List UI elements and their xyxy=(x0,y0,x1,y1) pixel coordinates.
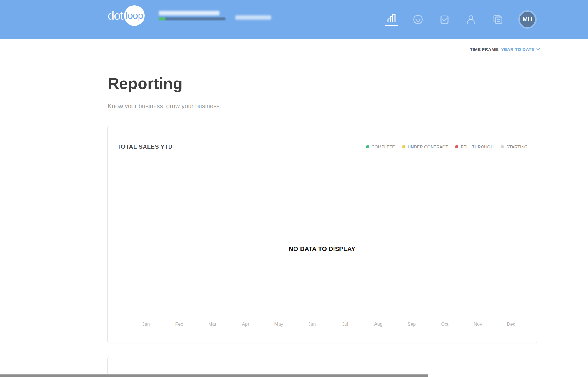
legend-dot xyxy=(501,145,504,148)
legend-dot xyxy=(402,145,405,148)
header-divider xyxy=(108,57,540,57)
nav-tasks[interactable] xyxy=(439,14,450,25)
legend-label: UNDER CONTRACT xyxy=(408,145,448,149)
dotloop-logo[interactable]: dot loop xyxy=(108,5,145,26)
loops-progress-fill xyxy=(159,17,166,20)
card-title: TOTAL SALES YTD xyxy=(117,143,173,150)
x-axis-label: Sep xyxy=(395,322,428,327)
nav-active-indicator xyxy=(385,25,398,26)
legend-label: STARTING xyxy=(506,145,528,149)
legend-item: FELL THROUGH xyxy=(455,145,494,149)
x-axis-label: Mar xyxy=(196,322,229,327)
x-axis-label: Jul xyxy=(329,322,362,327)
logo-dot-text: dot xyxy=(108,9,123,22)
header-nav: MH xyxy=(378,0,543,39)
x-axis-label: Dec xyxy=(494,322,528,327)
nav-people[interactable] xyxy=(465,14,477,25)
chevron-down-icon xyxy=(536,47,540,52)
loop-smiley-icon xyxy=(412,14,424,25)
timeframe-value: YEAR TO DATE xyxy=(501,47,534,52)
legend-dot xyxy=(455,145,458,148)
app-header: dot loop xyxy=(0,0,588,39)
timeframe-label: TIME FRAME: xyxy=(470,47,500,52)
next-report-card xyxy=(107,357,537,377)
loops-progress-bar xyxy=(159,17,226,20)
x-axis-labels: JanFebMarAprMayJunJulAugSepOctNovDec xyxy=(129,315,528,327)
x-axis-label: May xyxy=(262,322,295,327)
page-title: Reporting xyxy=(108,74,540,92)
legend-dot xyxy=(366,145,369,148)
x-axis-label: Nov xyxy=(461,322,494,327)
main-content: TIME FRAME: YEAR TO DATE Reporting Know … xyxy=(0,39,588,377)
legend-item: STARTING xyxy=(501,145,528,149)
timeframe-dropdown[interactable]: YEAR TO DATE xyxy=(501,47,540,52)
logo-loop-circle: loop xyxy=(124,5,145,26)
legend-label: COMPLETE xyxy=(372,145,395,149)
legend: COMPLETEUNDER CONTRACTFELL THROUGHSTARTI… xyxy=(359,145,528,149)
card-header: TOTAL SALES YTD COMPLETEUNDER CONTRACTFE… xyxy=(108,126,537,150)
legend-label: FELL THROUGH xyxy=(461,145,494,149)
page-subtitle: Know your business, grow your business. xyxy=(108,102,540,110)
redacted-upgrade-link[interactable] xyxy=(235,15,271,20)
x-axis-label: Oct xyxy=(428,322,461,327)
chart-area: NO DATA TO DISPLAY xyxy=(108,166,537,315)
no-data-message: NO DATA TO DISPLAY xyxy=(108,245,537,252)
timeframe-row: TIME FRAME: YEAR TO DATE xyxy=(0,39,588,52)
redacted-account-text xyxy=(159,11,219,15)
clipboard-check-icon xyxy=(439,14,450,25)
avatar-initials: MH xyxy=(523,16,532,23)
nav-templates[interactable] xyxy=(492,14,503,25)
logo-loop-text: loop xyxy=(126,10,143,21)
person-icon xyxy=(465,14,477,25)
nav-reporting[interactable] xyxy=(386,13,397,26)
x-axis-label: Apr xyxy=(229,322,262,327)
bar-chart-icon xyxy=(386,13,397,24)
nav-loops[interactable] xyxy=(412,14,424,25)
x-axis-label: Aug xyxy=(362,322,395,327)
legend-item: UNDER CONTRACT xyxy=(402,145,448,149)
x-axis-label: Jan xyxy=(129,322,163,327)
x-axis-label: Feb xyxy=(163,322,196,327)
horizontal-scrollbar-thumb[interactable] xyxy=(0,374,428,377)
total-sales-card: TOTAL SALES YTD COMPLETEUNDER CONTRACTFE… xyxy=(107,126,537,343)
user-avatar[interactable]: MH xyxy=(520,12,535,27)
x-axis-label: Jun xyxy=(295,322,329,327)
legend-item: COMPLETE xyxy=(366,145,395,149)
documents-icon xyxy=(492,14,503,25)
